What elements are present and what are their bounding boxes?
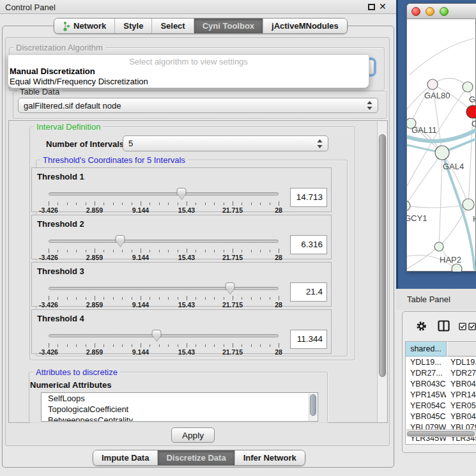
window-title: Control Panel bbox=[5, 3, 56, 12]
node-h[interactable] bbox=[463, 199, 474, 210]
vertical-scrollbar-thumb[interactable] bbox=[379, 134, 386, 377]
screen: Control Panel ✕ Network Style Select Cyn… bbox=[0, 0, 476, 476]
tab-style[interactable]: Style bbox=[114, 19, 151, 33]
group-title-attributes: Attributes to discretize bbox=[33, 367, 120, 377]
node-gcy1[interactable] bbox=[407, 201, 410, 211]
node-label-h: H bbox=[473, 214, 476, 224]
tab-discretize-data[interactable]: Discretize Data bbox=[157, 450, 234, 465]
slider-thumb[interactable] bbox=[176, 188, 186, 196]
table-row[interactable]: YER054CYER054C bbox=[406, 401, 476, 411]
float-window-icon[interactable] bbox=[368, 4, 375, 10]
stepper-arrows-icon bbox=[317, 139, 323, 148]
network-graph-canvas[interactable]: GAL80 GA C GAL11 GAL4 GCY1 H HAP2 bbox=[407, 20, 476, 272]
threshold-1-panel: Threshold 1 -3.4262.8599.14415.4321.7152… bbox=[31, 167, 332, 212]
slider-thumb[interactable] bbox=[226, 282, 235, 290]
network-window-titlebar bbox=[407, 4, 476, 19]
group-title-discretization-algorithm: Discretization Algorithm bbox=[13, 43, 105, 52]
network-window: GAL80 GA C GAL11 GAL4 GCY1 H HAP2 bbox=[406, 3, 476, 272]
threshold-4-label: Threshold 4 bbox=[37, 314, 84, 323]
split-columns-icon[interactable] bbox=[438, 320, 450, 332]
list-scrollbar-thumb[interactable] bbox=[310, 394, 316, 416]
column-header-shared-name[interactable]: shared... bbox=[406, 342, 447, 357]
node-gal80[interactable] bbox=[427, 79, 438, 89]
threshold-3-slider[interactable]: -3.4262.8599.14415.4321.71528 bbox=[49, 280, 279, 306]
tab-infer-network[interactable]: Infer Network bbox=[234, 450, 305, 465]
vertical-scrollbar[interactable] bbox=[377, 121, 387, 422]
threshold-2-slider[interactable]: -3.4262.8599.14415.4321.71528 bbox=[49, 233, 279, 259]
table-panel: shared... na YDL19...YDL19... YDR27...YD… bbox=[402, 311, 476, 453]
threshold-4-value-field[interactable]: 11.344 bbox=[290, 330, 327, 349]
threshold-3-panel: Threshold 3 -3.4262.8599.14415.4321.7152… bbox=[31, 262, 332, 307]
popup-item-equal-width-frequency[interactable]: Equal Width/Frequency Discretization bbox=[10, 77, 148, 86]
node-label-gal4: GAL4 bbox=[443, 162, 464, 171]
close-icon[interactable]: ✕ bbox=[379, 1, 387, 12]
column-header-name[interactable]: na bbox=[447, 342, 476, 357]
table-row[interactable]: YDR27...YDR27... bbox=[406, 368, 476, 379]
threshold-4-slider[interactable]: -3.4262.8599.14415.4321.71528 bbox=[49, 328, 279, 353]
threshold-2-panel: Threshold 2 -3.4262.8599.14415.4321.7152… bbox=[31, 215, 332, 259]
threshold-1-slider[interactable]: -3.4262.8599.14415.4321.71528 bbox=[49, 186, 279, 211]
checkbox-checked-icon[interactable] bbox=[468, 323, 476, 330]
tab-network[interactable]: Network bbox=[54, 19, 114, 33]
apply-button[interactable]: Apply bbox=[171, 427, 215, 443]
tab-select[interactable]: Select bbox=[151, 19, 193, 33]
close-traffic-light-icon[interactable] bbox=[411, 7, 420, 16]
number-of-intervals-spinner[interactable]: 5 bbox=[123, 135, 328, 151]
threshold-4-panel: Threshold 4 -3.4262.8599.14415.4321.7152… bbox=[31, 309, 332, 354]
node-label-gal11: GAL11 bbox=[411, 125, 437, 135]
bottom-tabbar: Impute Data Discretize Data Infer Networ… bbox=[93, 450, 305, 466]
threshold-1-value-field[interactable]: 14.713 bbox=[290, 188, 327, 207]
threshold-3-value-field[interactable]: 21.4 bbox=[290, 282, 327, 302]
threshold-1-label: Threshold 1 bbox=[37, 172, 84, 181]
numerical-attributes-list[interactable]: SelfLoops TopologicalCoefficient Between… bbox=[41, 392, 318, 422]
tab-impute-data[interactable]: Impute Data bbox=[93, 450, 157, 465]
node-attribute-table[interactable]: shared... na YDL19...YDL19... YDR27...YD… bbox=[405, 341, 476, 445]
tab-cyni-toolbox[interactable]: Cyni Toolbox bbox=[194, 19, 263, 33]
control-panel-titlebar: Control Panel ✕ bbox=[0, 0, 396, 14]
popup-item-manual-discretization[interactable]: Manual Discretization bbox=[10, 66, 95, 76]
minimize-traffic-light-icon[interactable] bbox=[426, 7, 434, 16]
popup-header: Select algorithm to view settings bbox=[8, 57, 369, 66]
threshold-2-label: Threshold 2 bbox=[37, 219, 84, 229]
stepper-arrows-icon bbox=[367, 101, 372, 110]
horizontal-scrollbar-thumb[interactable] bbox=[407, 431, 475, 436]
table-panel-title: Table Panel bbox=[407, 295, 450, 304]
node-label-ga: GA bbox=[469, 95, 476, 104]
threshold-2-value-field[interactable]: 6.316 bbox=[290, 235, 327, 254]
tab-jactivemnodules[interactable]: jActiveMNodules bbox=[263, 19, 347, 33]
slider-thumb[interactable] bbox=[152, 330, 162, 337]
node-label-c: C bbox=[472, 119, 476, 128]
slider-thumb[interactable] bbox=[115, 235, 125, 243]
table-row[interactable]: YBR043CYBR043C bbox=[406, 379, 476, 390]
number-of-intervals-label: Number of Intervals bbox=[46, 139, 124, 149]
list-item-betweennesscentrality[interactable]: BetweennessCentrality bbox=[42, 415, 318, 422]
network-icon bbox=[63, 21, 70, 31]
node-hap2[interactable] bbox=[434, 242, 443, 251]
node-label-gcy1: GCY1 bbox=[407, 213, 427, 223]
list-scrollbar[interactable] bbox=[309, 394, 317, 422]
algorithm-dropdown-popup: Select algorithm to view settings Manual… bbox=[8, 54, 369, 88]
node-ga[interactable] bbox=[463, 82, 473, 92]
checkbox-checked-icon[interactable] bbox=[459, 323, 466, 330]
node-selected-red[interactable] bbox=[466, 105, 476, 118]
table-row[interactable]: YIL052CYIL052C bbox=[406, 444, 476, 445]
table-row[interactable]: YBR045CYBR045C bbox=[406, 411, 476, 422]
node-gal4[interactable] bbox=[435, 146, 449, 160]
group-title-table-data: Table Data bbox=[17, 87, 62, 96]
threshold-3-label: Threshold 3 bbox=[37, 266, 84, 276]
table-row[interactable]: YPR145WYPR145W bbox=[406, 390, 476, 401]
zoom-traffic-light-icon[interactable] bbox=[440, 7, 449, 16]
node-label-gal80: GAL80 bbox=[424, 91, 450, 100]
list-item-selfloops[interactable]: SelfLoops bbox=[42, 393, 318, 404]
control-panel-tabbar: Network Style Select Cyni Toolbox jActiv… bbox=[54, 18, 348, 34]
table-panel-header: Table Panel bbox=[396, 289, 476, 310]
table-data-combobox[interactable]: galFiltered.sif default node bbox=[18, 98, 378, 113]
horizontal-scrollbar[interactable] bbox=[406, 429, 476, 437]
group-title-interval-definition: Interval Definition bbox=[34, 122, 103, 132]
table-row[interactable]: YDL19...YDL19... bbox=[406, 357, 476, 368]
list-item-topologicalcoefficient[interactable]: TopologicalCoefficient bbox=[42, 404, 318, 415]
node-label-hap2: HAP2 bbox=[440, 255, 461, 265]
group-title-thresholds: Threshold's Coordinates for 5 Intervals bbox=[40, 155, 188, 165]
node-bottom[interactable] bbox=[452, 264, 462, 272]
gear-icon[interactable] bbox=[416, 321, 427, 332]
